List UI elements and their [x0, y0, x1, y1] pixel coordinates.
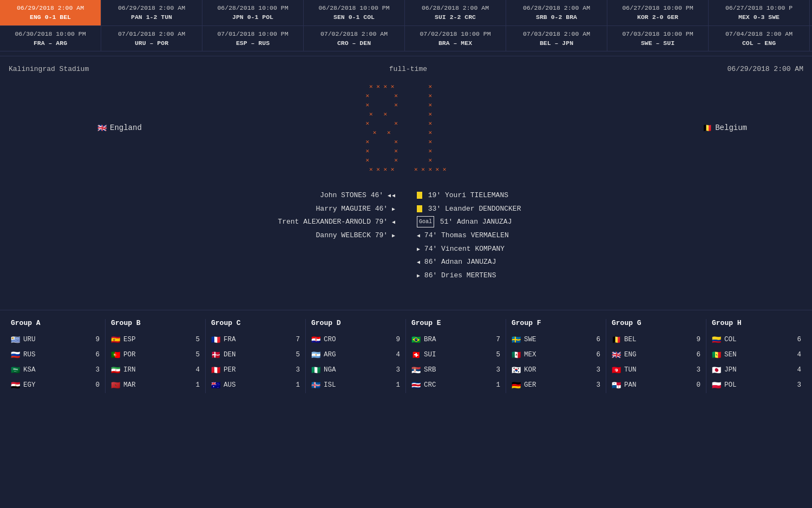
- team-name: POL: [724, 379, 737, 392]
- dot: ✕ ✕: [366, 101, 398, 108]
- team-name: FRA: [224, 333, 236, 347]
- team-name: PAN: [624, 379, 637, 392]
- team-points: 3: [396, 363, 400, 377]
- event-line: John STONES 46' ◀: [200, 189, 395, 203]
- dot: ✕ ✕: [366, 120, 398, 127]
- ticker-item[interactable]: 07/04/2018 2:00 AMCOL – ENG: [709, 26, 810, 51]
- dot: ✕ ✕: [366, 92, 398, 99]
- team-flag: 🇬🇧: [612, 348, 621, 363]
- team-points: 4: [195, 363, 200, 377]
- group-team-row: 🇸🇦 KSA 3: [11, 363, 100, 378]
- event-line: Harry MAGUIRE 46' ▶: [200, 203, 395, 216]
- group-title: Group H: [712, 319, 801, 327]
- team-name: KSA: [23, 363, 36, 377]
- ticker-item[interactable]: 06/28/2018 10:00 PMJPN 0-1 POL: [202, 0, 304, 25]
- dot: ✕ ✕ ✕ ✕: [369, 166, 394, 173]
- group-title: Group A: [11, 319, 100, 327]
- group-team-row: 🇫🇷 FRA 7: [211, 333, 300, 348]
- ticker-item[interactable]: 07/02/2018 2:00 AMCRO – DEN: [304, 26, 405, 51]
- team-points: 3: [95, 363, 100, 377]
- team-flag: 🇦🇷: [311, 348, 320, 363]
- team-left-name: England: [110, 123, 142, 132]
- team-name: KOR: [524, 363, 536, 377]
- divider-1: [0, 56, 812, 56]
- dot: ✕ ✕: [373, 129, 391, 136]
- team-flag: 🇸🇪: [512, 333, 521, 348]
- events-section: John STONES 46' ◀ Harry MAGUIRE 46' ▶ Tr…: [0, 184, 812, 299]
- team-flag: 🇩🇰: [211, 348, 220, 363]
- team-points: 9: [95, 333, 100, 347]
- team-points: 6: [95, 348, 100, 362]
- team-flag: 🇰🇷: [512, 363, 521, 378]
- group-team-row: 🇦🇷 ARG 4: [311, 348, 400, 363]
- match-status: full-time: [389, 65, 427, 73]
- team-flag: 🇩🇪: [512, 378, 521, 393]
- events-right: 19' Youri TIELEMANS 33' Leander DENDONCK…: [406, 189, 612, 283]
- team-name: SRB: [424, 363, 436, 377]
- groups-section: Group A 🇺🇾 URU 9 🇷🇺 RUS 6 🇸🇦 KSA 3 🇪🇬 EG…: [0, 310, 812, 402]
- team-flag: 🇫🇷: [211, 333, 220, 348]
- ticker-item[interactable]: 07/03/2018 2:00 AMBEL – JPN: [506, 26, 607, 51]
- ticker-item[interactable]: 06/28/2018 2:00 AMSRB 0-2 BRA: [506, 0, 607, 25]
- group-column: Group H 🇨🇴 COL 6 🇸🇳 SEN 4 🇯🇵 JPN 4 🇵🇱 PO…: [706, 319, 807, 393]
- stadium-label: Kaliningrad Stadium: [9, 65, 89, 73]
- dot: ✕: [428, 138, 432, 145]
- team-flag: 🇷🇺: [11, 348, 20, 363]
- team-points: 3: [296, 363, 300, 377]
- group-team-row: 🇭🇷 CRO 9: [311, 333, 400, 348]
- team-flag: 🇧🇷: [411, 333, 421, 348]
- ticker-item[interactable]: 06/28/2018 10:00 PMSEN 0-1 COL: [304, 0, 405, 25]
- team-flag: 🇨🇴: [712, 333, 721, 348]
- team-name: SEN: [724, 348, 737, 362]
- ticker-item[interactable]: 06/29/2018 2:00 AMPAN 1-2 TUN: [101, 0, 202, 25]
- group-title: Group G: [612, 319, 700, 327]
- team-name: POR: [123, 348, 136, 362]
- ticker-row-1: 06/29/2018 2:00 AMENG 0-1 BEL06/29/2018 …: [0, 0, 812, 26]
- team-flag: 🇨🇭: [411, 348, 421, 363]
- ticker-item[interactable]: 06/30/2018 10:00 PMFRA – ARG: [0, 26, 101, 51]
- group-team-row: 🇨🇭 SUI 5: [411, 348, 500, 363]
- team-name: ESP: [123, 333, 136, 347]
- team-points: 5: [296, 348, 300, 362]
- team-flag: 🇳🇬: [311, 363, 320, 378]
- ticker-item[interactable]: 07/01/2018 10:00 PMESP – RUS: [202, 26, 304, 51]
- team-points: 3: [696, 363, 700, 377]
- match-date: 06/29/2018 2:00 AM: [728, 65, 803, 73]
- team-name: TUN: [624, 363, 637, 377]
- team-name: PER: [224, 363, 236, 377]
- team-points: 3: [596, 379, 600, 392]
- team-flag: 🇵🇪: [211, 363, 220, 378]
- group-team-row: 🇧🇷 BRA 7: [411, 333, 500, 348]
- flag-left: 🇬🇧: [97, 123, 107, 133]
- team-points: 6: [797, 333, 801, 347]
- ticker-item[interactable]: 06/27/2018 10:00 PMEX 0-3 SWE: [709, 0, 810, 25]
- ticker-item[interactable]: 07/03/2018 10:00 PMSWE – SUI: [607, 26, 709, 51]
- team-points: 1: [496, 379, 500, 392]
- group-column: Group B 🇪🇸 ESP 5 🇵🇹 POR 5 🇮🇷 IRN 4 🇲🇦 MA…: [106, 319, 206, 393]
- team-right-name: Belgium: [715, 123, 747, 132]
- ticker-item[interactable]: 07/02/2018 10:00 PMBRA – MEX: [405, 26, 506, 51]
- event-line: Goal 51' Adnan JANUZAJ: [417, 216, 612, 229]
- team-name: JPN: [724, 363, 737, 377]
- dot: ✕: [428, 147, 432, 154]
- group-team-row: 🇸🇪 SWE 6: [512, 333, 600, 348]
- event-line: Danny WELBECK 79' ▶: [200, 229, 395, 243]
- group-team-row: 🇸🇳 SEN 4: [712, 348, 801, 363]
- ticker-item[interactable]: 07/01/2018 2:00 AMURU – POR: [101, 26, 202, 51]
- group-team-row: 🇷🇺 RUS 6: [11, 348, 100, 363]
- ticker-item[interactable]: 06/29/2018 2:00 AMENG 0-1 BEL: [0, 0, 101, 25]
- team-name: URU: [23, 333, 36, 347]
- team-points: 9: [396, 333, 400, 347]
- team-name: RUS: [23, 348, 36, 362]
- team-name: COL: [724, 333, 737, 347]
- ticker-item[interactable]: 06/28/2018 2:00 AMSUI 2-2 CRC: [405, 0, 506, 25]
- team-flag: 🇪🇬: [11, 378, 20, 393]
- team-flag: 🇦🇺: [211, 378, 220, 393]
- event-line: 19' Youri TIELEMANS: [417, 189, 612, 203]
- ticker-item[interactable]: 06/27/2018 10:00 PMKOR 2-0 GER: [607, 0, 709, 25]
- dot: ✕ ✕: [366, 147, 398, 154]
- team-left-label: 🇬🇧 England: [97, 123, 142, 133]
- match-info-bar: Kaliningrad Stadium full-time 06/29/2018…: [0, 61, 812, 77]
- team-flag: 🇮🇷: [111, 363, 120, 378]
- group-column: Group G 🇧🇪 BEL 9 🇬🇧 ENG 6 🇹🇳 TUN 3 🇵🇦 PA…: [606, 319, 706, 393]
